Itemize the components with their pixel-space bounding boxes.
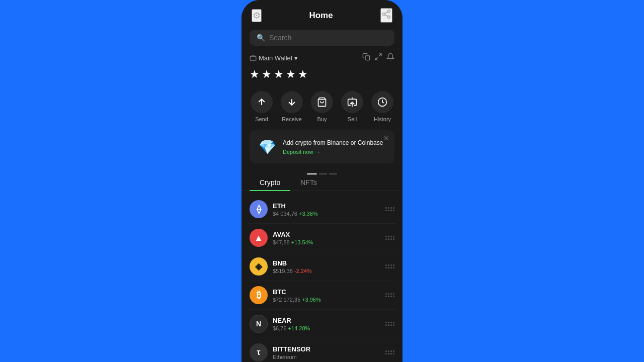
near-name: NEAR: [273, 317, 385, 324]
list-item[interactable]: τ BITTENSOR Ethereum: [248, 338, 396, 362]
send-icon: [251, 91, 273, 113]
history-action[interactable]: History: [370, 91, 394, 122]
balance-display: ★★★★★: [242, 67, 403, 87]
list-item[interactable]: ◈ BNB $519,38 -2.24%: [248, 252, 396, 281]
bnb-icon: ◈: [250, 257, 268, 276]
svg-rect-6: [365, 56, 370, 60]
near-menu[interactable]: [385, 322, 394, 326]
wallet-actions: [362, 53, 394, 63]
list-item[interactable]: ▲ AVAX $47,88 +13.54%: [248, 224, 396, 252]
list-item[interactable]: N NEAR $6,76 +14.28%: [248, 310, 396, 338]
buy-action[interactable]: Buy: [310, 91, 334, 122]
content-tabs: Crypto NFTs: [242, 174, 403, 191]
svg-line-3: [385, 15, 388, 16]
copy-button[interactable]: [362, 53, 370, 63]
promo-close-button[interactable]: ✕: [383, 134, 389, 142]
svg-rect-5: [250, 56, 256, 60]
promo-banner: 💎 Add crypto from Binance or Coinbase De…: [250, 130, 394, 163]
search-icon: 🔍: [257, 34, 265, 42]
eth-menu[interactable]: [385, 207, 394, 211]
bittensor-name: BITTENSOR: [273, 345, 385, 353]
search-bar[interactable]: 🔍: [250, 30, 394, 46]
send-label: Send: [255, 116, 268, 122]
sell-label: Sell: [348, 116, 357, 122]
send-action[interactable]: Send: [250, 91, 274, 122]
btc-name: BTC: [273, 288, 385, 296]
wallet-section: Main Wallet ▾: [242, 51, 403, 67]
btc-menu[interactable]: [385, 293, 394, 297]
history-icon: [371, 91, 393, 113]
history-label: History: [374, 116, 391, 122]
receive-icon: [281, 91, 303, 113]
btc-icon: ₿: [250, 286, 268, 304]
near-info: NEAR $6,76 +14.28%: [273, 317, 385, 331]
avax-menu[interactable]: [385, 236, 394, 240]
svg-point-2: [387, 16, 390, 18]
phone-app: ⚙ Home 🔍 Main Wallet ▾: [242, 0, 403, 362]
bnb-name: BNB: [273, 259, 385, 267]
promo-image: 💎: [257, 136, 278, 157]
sell-action[interactable]: Sell: [340, 91, 364, 122]
page-title: Home: [309, 11, 333, 21]
near-icon: N: [250, 315, 268, 333]
bnb-menu[interactable]: [385, 264, 394, 268]
buy-icon: [311, 91, 333, 113]
bnb-info: BNB $519,38 -2.24%: [273, 259, 385, 274]
quick-actions: Send Receive Buy: [242, 87, 403, 130]
eth-name: ETH: [273, 202, 385, 210]
avax-price: $47,88 +13.54%: [273, 239, 385, 245]
sell-icon: [341, 91, 363, 113]
svg-point-1: [382, 13, 385, 16]
bittensor-info: BITTENSOR Ethereum: [273, 345, 385, 360]
buy-label: Buy: [317, 116, 327, 122]
crypto-list: ⟠ ETH $4 034,76 +3.38% ▲ AVAX $47,88 +13…: [242, 195, 403, 362]
avax-icon: ▲: [250, 229, 268, 247]
eth-info: ETH $4 034,76 +3.38%: [273, 202, 385, 217]
promo-title: Add crypto from Binance or Coinbase: [283, 139, 387, 147]
receive-action[interactable]: Receive: [280, 91, 304, 122]
bnb-price: $519,38 -2.24%: [273, 268, 385, 274]
svg-marker-11: [351, 102, 354, 104]
bittensor-price: Ethereum: [273, 354, 385, 360]
search-input[interactable]: [269, 34, 387, 42]
near-price: $6,76 +14.28%: [273, 325, 385, 331]
expand-button[interactable]: [374, 53, 382, 63]
wallet-name[interactable]: Main Wallet ▾: [250, 54, 298, 62]
deposit-link[interactable]: Deposit now →: [283, 149, 387, 155]
connect-button[interactable]: [380, 8, 392, 23]
tab-crypto[interactable]: Crypto: [250, 174, 290, 191]
notify-button[interactable]: [386, 53, 394, 63]
avax-info: AVAX $47,88 +13.54%: [273, 231, 385, 245]
header: ⚙ Home: [242, 0, 403, 28]
list-item[interactable]: ₿ BTC $72 172,35 +3.96%: [248, 281, 396, 310]
btc-price: $72 172,35 +3.96%: [273, 297, 385, 303]
eth-icon: ⟠: [250, 200, 268, 218]
btc-info: BTC $72 172,35 +3.96%: [273, 288, 385, 303]
receive-label: Receive: [282, 116, 302, 122]
settings-button[interactable]: ⚙: [252, 9, 262, 22]
dropdown-icon: ▾: [294, 54, 298, 62]
avax-name: AVAX: [273, 231, 385, 238]
list-item[interactable]: ⟠ ETH $4 034,76 +3.38%: [248, 195, 396, 224]
bittensor-menu[interactable]: [385, 350, 394, 354]
svg-line-4: [385, 12, 388, 13]
tab-nfts[interactable]: NFTs: [290, 174, 327, 191]
bittensor-icon: τ: [250, 343, 268, 361]
promo-content: Add crypto from Binance or Coinbase Depo…: [283, 139, 387, 155]
svg-point-0: [387, 10, 390, 13]
eth-price: $4 034,76 +3.38%: [273, 211, 385, 217]
